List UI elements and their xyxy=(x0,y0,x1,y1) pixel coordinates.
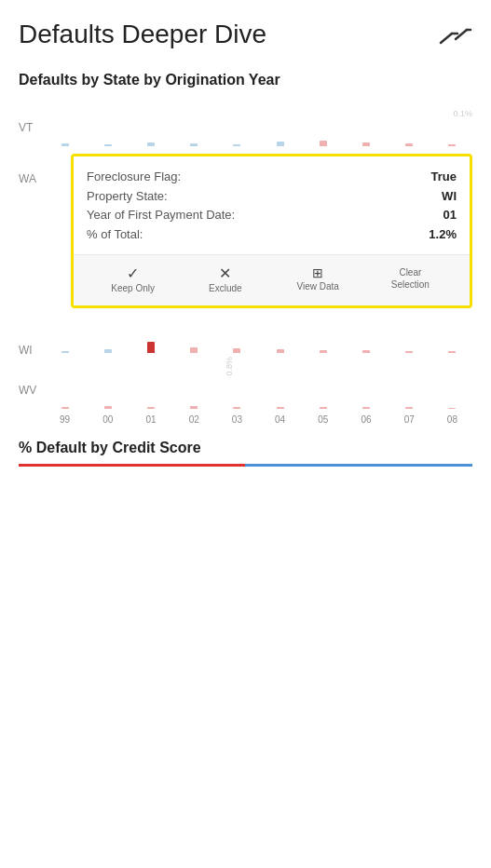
state-label-wi: WI xyxy=(19,316,45,357)
bar-vt-07 xyxy=(389,109,430,146)
view-data-button[interactable]: ⊞ View Data xyxy=(272,263,364,298)
tooltip-row-pct: % of Total: 1.2% xyxy=(87,225,457,245)
bar-wv-00 xyxy=(88,372,128,409)
tooltip-actions: ✓ Keep Only ✕ Exclude ⊞ View Data xyxy=(74,254,470,305)
svg-line-0 xyxy=(441,34,452,43)
checkmark-icon: ✓ xyxy=(127,266,139,281)
bar-vt-99 xyxy=(45,109,85,146)
clear-selection-button[interactable]: ClearSelection xyxy=(364,263,457,298)
bar-vt-05 xyxy=(303,109,343,146)
bar-wv-08 xyxy=(432,372,472,409)
x-axis-label-0: 99 xyxy=(45,414,85,425)
bar-wi-00 xyxy=(88,316,128,353)
bar-wi-03 xyxy=(217,316,257,353)
tooltip-row-foreclosure: Foreclosure Flag: True xyxy=(87,168,457,187)
bar-vt-03 xyxy=(217,109,257,146)
foreclosure-label: Foreclosure Flag: xyxy=(87,168,188,187)
chart-area: VT 0.1% WA xyxy=(19,109,472,425)
clear-selection-label: ClearSelection xyxy=(391,266,430,291)
year-label: Year of First Payment Date: xyxy=(87,206,242,225)
state-label-vt: VT xyxy=(19,121,45,134)
state-row-vt: VT 0.1% xyxy=(19,109,472,146)
bottom-title: % Default by Credit Score xyxy=(19,440,472,456)
foreclosure-value: True xyxy=(431,168,457,187)
bottom-underline xyxy=(19,464,472,467)
tooltip-row-year: Year of First Payment Date: 01 xyxy=(87,206,457,225)
state-row-wv: WV 0.8% xyxy=(19,372,472,409)
bar-vt-08 xyxy=(432,109,472,146)
pct-label: % of Total: xyxy=(87,225,150,245)
bar-wi-02 xyxy=(174,316,214,353)
bar-vt-00 xyxy=(88,109,128,146)
x-axis-label-2: 01 xyxy=(130,414,170,425)
tooltip-row-state: Property State: WI xyxy=(87,187,457,207)
state-field-value: WI xyxy=(442,187,457,207)
bar-wi-05 xyxy=(303,316,343,353)
bar-wv-02 xyxy=(174,372,214,409)
bar-wv-07 xyxy=(389,372,430,409)
x-axis-label-3: 02 xyxy=(174,414,214,425)
keep-only-button[interactable]: ✓ Keep Only xyxy=(87,263,179,298)
x-axis-label-9: 08 xyxy=(432,414,472,425)
bar-vt-04 xyxy=(260,109,300,146)
x-axis-label-7: 06 xyxy=(346,414,386,425)
bar-wi-07 xyxy=(389,316,430,353)
bar-wv-06 xyxy=(346,372,386,409)
bar-wi-04 xyxy=(260,316,300,353)
bars-wv: 0.8% xyxy=(45,372,472,409)
state-label-wa: WA xyxy=(19,154,45,185)
view-data-label: View Data xyxy=(296,281,338,292)
x-axis-label-4: 03 xyxy=(217,414,257,425)
wi-row: WI xyxy=(19,316,472,357)
tooltip-data: Foreclosure Flag: True Property State: W… xyxy=(87,168,457,245)
grid-icon: ⊞ xyxy=(312,266,323,279)
exclude-button[interactable]: ✕ Exclude xyxy=(179,263,271,298)
tooltip-box: Foreclosure Flag: True Property State: W… xyxy=(71,154,472,308)
wa-row-container: WA Foreclosure Flag: True Property State… xyxy=(19,154,472,316)
wi-bars-col xyxy=(45,316,472,353)
year-value: 01 xyxy=(443,206,457,225)
bar-wv-05 xyxy=(303,372,343,409)
bar-wv-99 xyxy=(45,372,85,409)
x-axis-label-8: 07 xyxy=(389,414,430,425)
state-field-label: Property State: xyxy=(87,187,175,207)
bar-vt-02 xyxy=(174,109,214,146)
bar-vt-01 xyxy=(130,109,170,146)
bar-wi-99 xyxy=(45,316,85,353)
state-label-wv: WV xyxy=(19,384,45,397)
bars-vt: 0.1% xyxy=(45,109,472,146)
bar-wv-03 xyxy=(217,372,257,409)
section-title: Defaults by State by Origination Year xyxy=(19,71,472,90)
bar-wv-01 xyxy=(130,372,170,409)
tooltip-and-bars: Foreclosure Flag: True Property State: W… xyxy=(45,154,472,316)
x-axis-label-5: 04 xyxy=(260,414,300,425)
exclude-label: Exclude xyxy=(209,283,242,294)
page-title: Defaults Deeper Dive xyxy=(19,19,431,50)
x-axis-label-1: 00 xyxy=(88,414,128,425)
bar-wi-01 xyxy=(130,316,170,353)
x-icon: ✕ xyxy=(219,266,231,281)
bar-wi-08 xyxy=(432,316,472,353)
wa-row: WA Foreclosure Flag: True Property State… xyxy=(19,154,472,316)
header-section: Defaults Deeper Dive xyxy=(19,19,472,52)
bar-vt-06 xyxy=(346,109,386,146)
arrow-icon xyxy=(439,26,472,52)
x-axis: 99 00 01 02 03 04 05 06 07 08 xyxy=(45,414,472,425)
bar-wv-04 xyxy=(260,372,300,409)
pct-value: 1.2% xyxy=(429,225,457,245)
wi-bars-row xyxy=(45,316,472,353)
x-axis-label-6: 05 xyxy=(303,414,343,425)
keep-only-label: Keep Only xyxy=(111,283,155,294)
bar-wi-06 xyxy=(346,316,386,353)
